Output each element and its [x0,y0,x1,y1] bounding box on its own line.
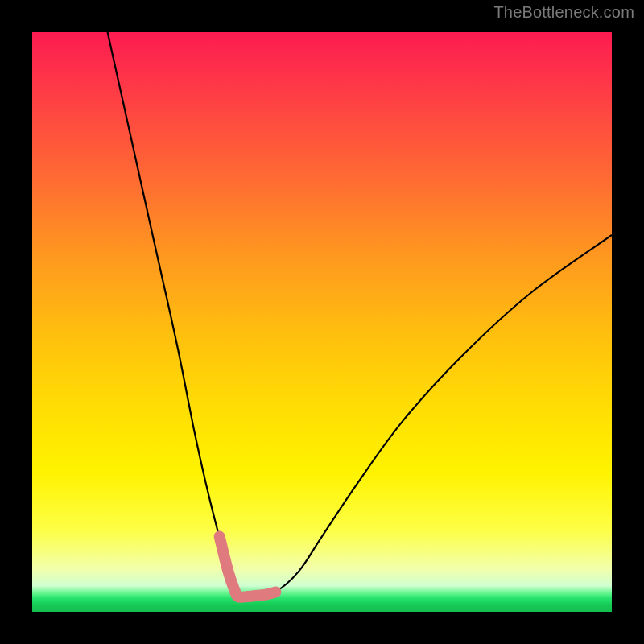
plot-area [32,32,612,612]
highlight-segment [220,536,276,597]
chart-frame: TheBottleneck.com [0,0,644,644]
watermark-text: TheBottleneck.com [493,3,634,22]
curves-layer [32,32,612,612]
bottleneck-curve [108,32,612,597]
